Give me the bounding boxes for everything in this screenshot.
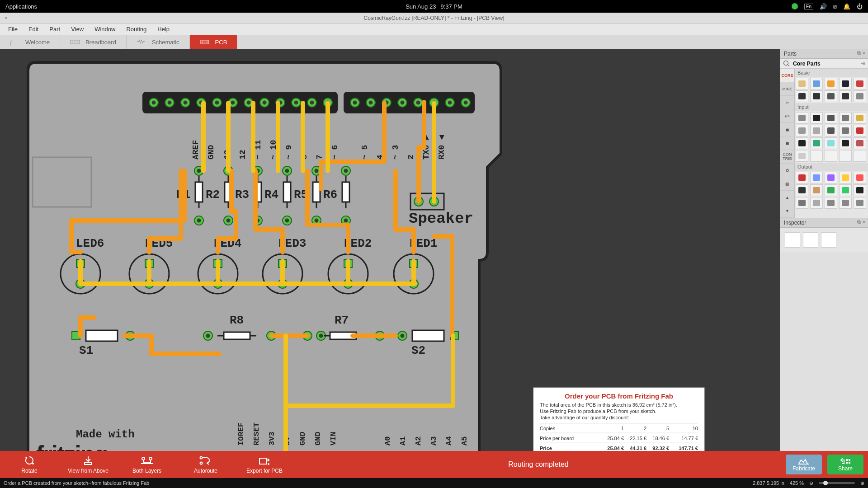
lang-indicator[interactable]: En: [804, 4, 813, 9]
bin-up[interactable]: ▲: [780, 191, 794, 204]
part-thumb[interactable]: [854, 90, 866, 102]
part-thumb[interactable]: [810, 197, 823, 209]
bin-core[interactable]: CORE: [780, 69, 794, 82]
bin-arduino[interactable]: ∞: [780, 96, 794, 109]
part-thumb[interactable]: [839, 112, 852, 124]
pcb-canvas[interactable]: AREFGND1312~ 11~ 10~ 987~ 6~ 54~ 32TX0 ▶…: [0, 49, 780, 451]
export-button[interactable]: Export for PCB: [235, 455, 294, 474]
bin-mine[interactable]: MINE: [780, 82, 794, 96]
part-thumb[interactable]: [839, 150, 852, 162]
network-icon[interactable]: ⎚: [833, 3, 837, 10]
part-thumb[interactable]: [839, 78, 852, 89]
bin-5[interactable]: ◼: [780, 123, 794, 136]
menu-help[interactable]: Help: [152, 24, 175, 34]
part-thumb[interactable]: [825, 90, 837, 102]
rotate-button[interactable]: Rotate: [0, 455, 59, 474]
inspector-close-icon[interactable]: ×: [863, 219, 865, 225]
menu-window[interactable]: Window: [89, 24, 121, 34]
inspector-tab-2[interactable]: [803, 232, 818, 248]
fab-quote-box[interactable]: Order your PCB from Fritzing Fab The tot…: [533, 388, 704, 451]
bin-6[interactable]: ◼: [780, 136, 794, 150]
menu-part[interactable]: Part: [44, 24, 66, 34]
menu-file[interactable]: File: [3, 24, 23, 34]
part-thumb[interactable]: [825, 78, 837, 89]
inspector-tab-3[interactable]: [821, 232, 836, 248]
part-thumb[interactable]: [825, 150, 837, 162]
bin-4[interactable]: P4: [780, 109, 794, 123]
layers-button[interactable]: Both Layers: [118, 455, 176, 474]
svg-point-148: [268, 463, 269, 465]
part-thumb[interactable]: [839, 197, 852, 209]
part-thumb[interactable]: [854, 184, 866, 196]
part-thumb[interactable]: [839, 184, 852, 196]
inspector-undock-icon[interactable]: ⧉: [857, 219, 861, 225]
pcb-board[interactable]: [28, 62, 501, 451]
tab-schematic[interactable]: Schematic: [127, 35, 190, 49]
menu-edit[interactable]: Edit: [23, 24, 44, 34]
applications-menu[interactable]: Applications: [5, 3, 37, 10]
part-thumb[interactable]: [825, 125, 837, 136]
part-thumb[interactable]: [810, 172, 823, 183]
part-thumb[interactable]: [810, 78, 823, 89]
part-thumb[interactable]: [825, 112, 837, 124]
notifications-icon[interactable]: 🔔: [843, 3, 850, 10]
part-thumb[interactable]: [796, 184, 808, 196]
part-thumb[interactable]: [810, 90, 823, 102]
part-thumb[interactable]: [796, 150, 808, 162]
share-button[interactable]: Share: [827, 455, 863, 474]
part-thumb[interactable]: [810, 150, 823, 162]
tab-pcb[interactable]: PCB: [190, 35, 238, 49]
menu-routing[interactable]: Routing: [121, 24, 152, 34]
tab-breadboard[interactable]: Breadboard: [60, 35, 127, 49]
close-icon[interactable]: ×: [5, 13, 8, 23]
bin-contrib[interactable]: CON TRIB: [780, 150, 794, 164]
menu-view[interactable]: View: [66, 24, 89, 34]
part-thumb[interactable]: [796, 197, 808, 209]
part-thumb[interactable]: [796, 125, 808, 136]
parts-close-icon[interactable]: ×: [863, 50, 865, 56]
bin-9[interactable]: ▦: [780, 177, 794, 191]
svg-rect-130: [856, 174, 863, 181]
part-thumb[interactable]: [796, 137, 808, 149]
core-menu-icon[interactable]: •≡: [861, 61, 865, 66]
volume-icon[interactable]: 🔊: [820, 3, 827, 10]
part-thumb[interactable]: [839, 125, 852, 136]
bin-8[interactable]: ✿: [780, 164, 794, 177]
part-thumb[interactable]: [825, 184, 837, 196]
part-thumb[interactable]: [854, 112, 866, 124]
parts-undock-icon[interactable]: ⧉: [857, 50, 861, 56]
part-thumb[interactable]: [810, 125, 823, 136]
part-thumb[interactable]: [854, 78, 866, 89]
part-thumb[interactable]: [839, 172, 852, 183]
search-icon[interactable]: [783, 60, 790, 67]
part-thumb[interactable]: [796, 78, 808, 89]
part-thumb[interactable]: [854, 137, 866, 149]
part-thumb[interactable]: [854, 197, 866, 209]
part-thumb[interactable]: [796, 172, 808, 183]
part-thumb[interactable]: [825, 172, 837, 183]
power-icon[interactable]: ⏻: [857, 3, 863, 10]
view-above-button[interactable]: View from Above: [59, 455, 118, 474]
part-thumb[interactable]: [839, 90, 852, 102]
part-thumb[interactable]: [825, 137, 837, 149]
fabricate-button[interactable]: Fabricate: [786, 455, 822, 474]
autoroute-button[interactable]: Autoroute: [176, 455, 235, 474]
zoom-in-icon[interactable]: ⊕: [860, 480, 864, 486]
status-ok-icon[interactable]: [792, 3, 798, 9]
part-thumb[interactable]: [810, 137, 823, 149]
part-thumb[interactable]: [854, 125, 866, 136]
part-thumb[interactable]: [854, 150, 866, 162]
part-thumb[interactable]: [839, 137, 852, 149]
part-thumb[interactable]: [825, 197, 837, 209]
part-thumb[interactable]: [796, 90, 808, 102]
bin-down[interactable]: ▼: [780, 204, 794, 218]
part-thumb[interactable]: [810, 112, 823, 124]
part-thumb[interactable]: [854, 172, 866, 183]
zoom-slider[interactable]: [819, 482, 855, 484]
zoom-out-icon[interactable]: ⊖: [809, 480, 813, 486]
tab-welcome[interactable]: f Welcome: [0, 35, 60, 49]
svg-point-8: [206, 42, 207, 42]
part-thumb[interactable]: [796, 112, 808, 124]
part-thumb[interactable]: [810, 184, 823, 196]
inspector-tab-1[interactable]: [785, 232, 800, 248]
